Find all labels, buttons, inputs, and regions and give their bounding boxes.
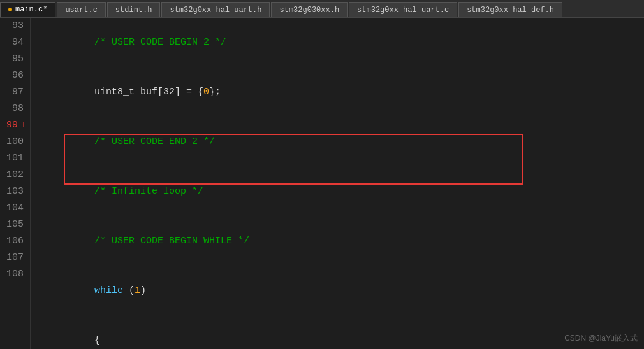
- line-numbers: 93 94 95 96 97 98 99□ 100 101 102 103 10…: [0, 18, 31, 349]
- watermark: CSDN @JiaYu嵌入式: [564, 333, 638, 344]
- tab-label: usart.c: [65, 6, 97, 15]
- code-content[interactable]: /* USER CODE BEGIN 2 */ uint8_t buf[32] …: [31, 18, 644, 349]
- modified-indicator: [8, 8, 12, 11]
- tab-stm32g0xx-hal-uart-h[interactable]: stm32g0xx_hal_uart.h: [161, 2, 270, 17]
- ln-107: 107: [6, 250, 24, 266]
- tab-label: stm32g0xx_hal_uart.h: [170, 6, 261, 15]
- tab-label: stdint.h: [115, 6, 152, 15]
- tab-label: main.c*: [15, 5, 47, 14]
- ln-103: 103: [6, 183, 24, 200]
- tab-label: stm32g0xx_hal_def.h: [467, 6, 554, 15]
- tab-stm32g0xx-hal-uart-c[interactable]: stm32g0xx_hal_uart.c: [349, 2, 457, 17]
- ln-96: 96: [6, 68, 24, 84]
- tab-main-c[interactable]: main.c*: [0, 2, 55, 17]
- ln-93: 93: [6, 18, 24, 34]
- code-line-94: uint8_t buf[32] = {0};: [37, 68, 638, 117]
- ln-108: 108: [6, 266, 24, 283]
- ln-104: 104: [6, 200, 24, 217]
- code-line-98: while (1): [37, 266, 638, 316]
- code-line-96: /* Infinite loop */: [37, 167, 638, 217]
- tab-usart-c[interactable]: usart.c: [57, 2, 105, 17]
- ln-97: 97: [6, 84, 24, 101]
- ln-94: 94: [6, 34, 24, 51]
- ln-100: 100: [6, 134, 24, 150]
- tab-stm32g0xx-hal-def-h[interactable]: stm32g0xx_hal_def.h: [458, 2, 562, 17]
- ln-95: 95: [6, 51, 24, 68]
- tab-stdint-h[interactable]: stdint.h: [107, 2, 161, 17]
- tab-stm32g030xx-h[interactable]: stm32g030xx.h: [271, 2, 348, 17]
- ln-102: 102: [6, 167, 24, 183]
- tab-label: stm32g030xx.h: [279, 6, 339, 15]
- ln-101: 101: [6, 150, 24, 167]
- code-area: 93 94 95 96 97 98 99□ 100 101 102 103 10…: [0, 18, 644, 349]
- code-line-99: {: [37, 316, 638, 349]
- code-line-95: /* USER CODE END 2 */: [37, 117, 638, 167]
- code-line-97: /* USER CODE BEGIN WHILE */: [37, 217, 638, 266]
- ln-106: 106: [6, 233, 24, 250]
- ln-98: 98: [6, 101, 24, 117]
- ln-105: 105: [6, 217, 24, 233]
- tab-bar: main.c* usart.c stdint.h stm32g0xx_hal_u…: [0, 0, 644, 18]
- ln-99: 99□: [6, 117, 24, 134]
- code-line-93: /* USER CODE BEGIN 2 */: [37, 18, 638, 68]
- tab-label: stm32g0xx_hal_uart.c: [357, 6, 449, 15]
